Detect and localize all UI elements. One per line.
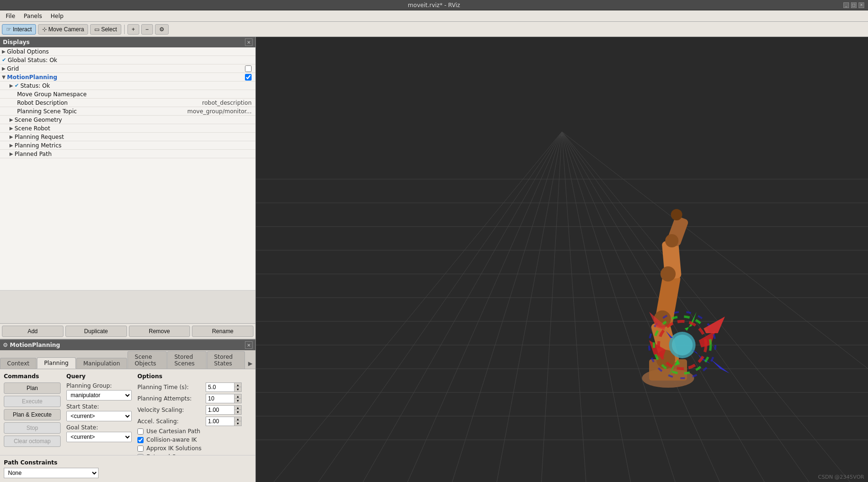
tree-check-motion-planning[interactable]: [245, 74, 252, 81]
tree-item-planning-scene-topic[interactable]: Planning Scene Topic move_group/monitor.…: [0, 107, 255, 116]
execute-button[interactable]: Execute: [4, 396, 61, 407]
minimize-button[interactable]: _: [843, 2, 849, 8]
tab-planning[interactable]: Planning: [37, 357, 76, 369]
tree-item-grid[interactable]: ▶ Grid: [0, 64, 255, 73]
velocity-scaling-input[interactable]: [206, 405, 234, 415]
accel-scaling-spinner-btns: ▲ ▼: [234, 417, 242, 426]
svg-point-36: [660, 266, 676, 282]
planning-group-label: Planning Group:: [66, 382, 132, 389]
velocity-scaling-spinner: ▲ ▼: [206, 405, 242, 415]
tabs-scroll-right[interactable]: ▶: [245, 358, 255, 369]
tree-arrow-scene-robot: ▶: [9, 126, 13, 131]
tree-item-planned-path[interactable]: ▶ Planned Path: [0, 150, 255, 158]
velocity-scaling-down[interactable]: ▼: [235, 410, 241, 414]
tab-manipulation[interactable]: Manipulation: [76, 358, 127, 369]
motion-planning-panel-title: MotionPlanning: [10, 342, 60, 348]
velocity-scaling-up[interactable]: ▲: [235, 406, 241, 410]
tree-check-global-status: ✔: [2, 57, 6, 63]
svg-point-40: [672, 335, 693, 355]
maximize-button[interactable]: □: [851, 2, 857, 8]
tree-label-scene-geometry: Scene Geometry: [15, 117, 253, 123]
start-state-select[interactable]: <current>: [66, 411, 132, 421]
interact-label: Interact: [13, 26, 32, 33]
planning-group-row: manipulator: [66, 390, 132, 400]
tree-item-planning-metrics[interactable]: ▶ Planning Metrics: [0, 141, 255, 150]
remove-button[interactable]: Remove: [129, 326, 190, 337]
collision-aware-checkbox[interactable]: [137, 437, 144, 443]
use-cartesian-row: Use Cartesian Path: [137, 428, 252, 435]
tree-label-status: Status: Ok: [20, 82, 253, 89]
menu-help[interactable]: Help: [47, 12, 67, 20]
add-button[interactable]: Add: [2, 326, 63, 337]
tree-label-grid: Grid: [7, 65, 245, 72]
planning-attempts-up[interactable]: ▲: [235, 394, 241, 399]
tree-item-scene-robot[interactable]: ▶ Scene Robot: [0, 124, 255, 133]
planning-attempts-input[interactable]: [206, 394, 234, 403]
accel-scaling-down[interactable]: ▼: [235, 421, 241, 426]
plan-button[interactable]: Plan: [4, 382, 61, 394]
commands-section: Commands Plan Execute Plan & Execute Sto…: [4, 373, 61, 451]
displays-panel-close[interactable]: ✕: [245, 38, 253, 46]
tree-label-planning-metrics: Planning Metrics: [15, 142, 253, 149]
window-controls[interactable]: _ □ ×: [843, 2, 864, 8]
tree-item-move-group-ns[interactable]: Move Group Namespace: [0, 90, 255, 99]
interact-button[interactable]: ☞ Interact: [2, 24, 36, 35]
main-layout: Displays ✕ ▶ Global Options ✔ Global Sta…: [0, 37, 868, 482]
tree-item-global-status[interactable]: ✔ Global Status: Ok: [0, 56, 255, 64]
use-cartesian-checkbox[interactable]: [137, 428, 144, 435]
motion-planning-panel-close[interactable]: ✕: [245, 341, 253, 349]
menu-panels[interactable]: Panels: [20, 12, 46, 20]
displays-panel-header[interactable]: Displays ✕: [0, 37, 255, 47]
planning-time-row: Planning Time (s): ▲ ▼: [137, 382, 252, 392]
toolbar-minus-button[interactable]: −: [141, 24, 153, 35]
stop-button[interactable]: Stop: [4, 422, 61, 434]
tree-arrow-planned-path: ▶: [9, 151, 13, 156]
select-button[interactable]: ▭ Select: [90, 24, 121, 35]
motion-planning-header[interactable]: ⚙ MotionPlanning ✕: [0, 340, 255, 350]
accel-scaling-row: Accel. Scaling: ▲ ▼: [137, 417, 252, 426]
duplicate-button[interactable]: Duplicate: [65, 326, 127, 337]
path-constraints: Path Constraints None: [0, 455, 255, 482]
tab-stored-scenes[interactable]: Stored Scenes: [167, 351, 207, 369]
approx-ik-checkbox[interactable]: [137, 446, 144, 452]
rename-button[interactable]: Rename: [192, 326, 253, 337]
tab-scene-objects[interactable]: Scene Objects: [127, 351, 167, 369]
menu-file[interactable]: File: [2, 12, 19, 20]
motion-planning-panel-icon: ⚙: [3, 342, 8, 348]
titlebar: moveit.rviz* - RViz _ □ ×: [0, 0, 868, 10]
tree-item-robot-desc[interactable]: Robot Description robot_description: [0, 99, 255, 107]
toolbar-plus-button[interactable]: +: [127, 24, 139, 35]
tree-item-motion-planning[interactable]: ▼ MotionPlanning: [0, 73, 255, 82]
planning-time-up[interactable]: ▲: [235, 383, 241, 387]
planning-time-spinner-btns: ▲ ▼: [234, 382, 242, 392]
close-button[interactable]: ×: [859, 2, 864, 8]
move-camera-button[interactable]: ⊹ Move Camera: [38, 24, 88, 35]
toolbar: ☞ Interact ⊹ Move Camera ▭ Select + − ⚙: [0, 22, 868, 37]
toolbar-settings-button[interactable]: ⚙: [155, 24, 169, 35]
tree-item-status[interactable]: ▶ ✔ Status: Ok: [0, 82, 255, 90]
goal-state-label: Goal State:: [66, 424, 132, 431]
interact-icon: ☞: [6, 26, 11, 33]
planning-group-select[interactable]: manipulator: [66, 390, 132, 400]
accel-scaling-up[interactable]: ▲: [235, 417, 241, 421]
accel-scaling-input[interactable]: [206, 417, 234, 426]
collision-aware-label: Collision-aware IK: [146, 437, 197, 443]
planning-time-down[interactable]: ▼: [235, 387, 241, 391]
velocity-scaling-spinner-btns: ▲ ▼: [234, 405, 242, 415]
path-constraints-select[interactable]: None: [4, 468, 99, 478]
tree-item-global-options[interactable]: ▶ Global Options: [0, 47, 255, 56]
tree-check-grid[interactable]: [245, 65, 252, 72]
planning-time-input[interactable]: [206, 382, 234, 392]
tab-stored-states[interactable]: Stored States: [207, 351, 245, 369]
planning-attempts-down[interactable]: ▼: [235, 399, 241, 403]
select-label: Select: [101, 26, 117, 33]
plan-execute-button[interactable]: Plan & Execute: [4, 409, 61, 420]
tree-item-scene-geometry[interactable]: ▶ Scene Geometry: [0, 116, 255, 124]
options-section: Options Planning Time (s): ▲ ▼: [132, 373, 252, 451]
tab-context[interactable]: Context: [0, 358, 36, 369]
viewport[interactable]: CSDN @2345VOR: [256, 37, 868, 482]
goal-state-select[interactable]: <current>: [66, 432, 132, 442]
tree-item-planning-request[interactable]: ▶ Planning Request: [0, 133, 255, 141]
tree-arrow-grid: ▶: [2, 66, 6, 71]
clear-octomap-button[interactable]: Clear octomap: [4, 436, 61, 447]
